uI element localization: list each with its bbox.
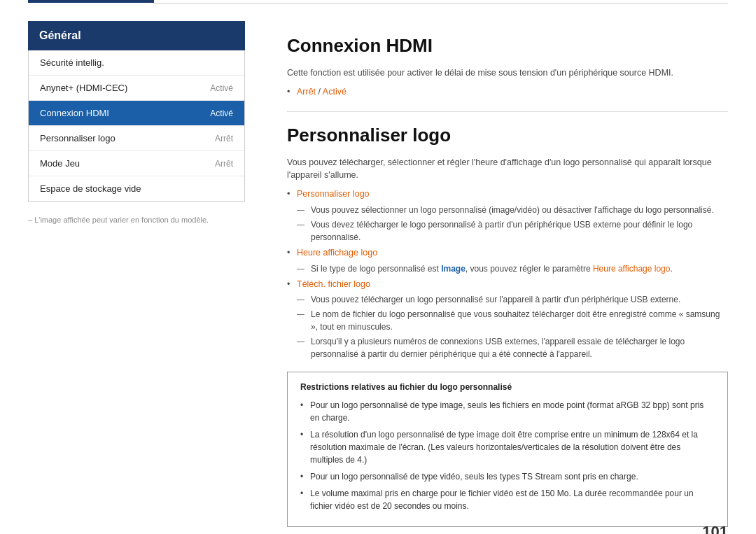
restrictions-title: Restrictions relatives au fichier du log…	[300, 382, 715, 392]
subitem-1: Vous pouvez sélectionner un logo personn…	[297, 204, 728, 216]
sidebar-item-label: Personnaliser logo	[40, 133, 115, 143]
sidebar-item-mode-jeu[interactable]: Mode Jeu Arrêt	[29, 151, 244, 176]
sidebar-note: – L'image affichée peut varier en foncti…	[28, 216, 245, 224]
sidebar-item-label: Sécurité intellig.	[40, 57, 104, 68]
sidebar: Général Sécurité intellig. Anynet+ (HDMI…	[28, 21, 245, 527]
sidebar-item-status: Activé	[210, 83, 233, 93]
main-content: Connexion HDMI Cette fonction est utilis…	[287, 21, 728, 527]
heure-affichage-inline-link: Heure affichage logo	[593, 264, 671, 274]
restriction-item-1: Pour un logo personnalisé de type image,…	[300, 399, 715, 424]
page-number: 101	[702, 523, 728, 534]
arret-link: Arrêt	[297, 87, 316, 97]
sidebar-item-label: Connexion HDMI	[40, 108, 109, 118]
personnaliser-logo-list: Personnaliser logo Vous pouvez sélection…	[287, 188, 728, 360]
sidebar-item-label: Anynet+ (HDMI-CEC)	[40, 83, 127, 93]
restriction-item-2: La résolution d'un logo personnalisé de …	[300, 428, 715, 466]
section-divider-1	[287, 111, 728, 112]
sidebar-item-anynet[interactable]: Anynet+ (HDMI-CEC) Activé	[29, 76, 244, 101]
active-link: Activé	[323, 87, 346, 97]
restrictions-box: Restrictions relatives au fichier du log…	[287, 372, 728, 527]
restriction-item-4: Le volume maximal pris en charge pour le…	[300, 487, 715, 512]
telech-subitems: Vous pouvez télécharger un logo personna…	[297, 293, 728, 360]
connexion-hdmi-option: Arrêt / Activé	[287, 85, 728, 99]
sidebar-item-status: Arrêt	[215, 159, 233, 169]
list-item-heure: Heure affichage logo Si le type de logo …	[287, 246, 728, 275]
subitem-2: Vous devez télécharger le logo personnal…	[297, 218, 728, 244]
sidebar-item-status: Arrêt	[215, 134, 233, 143]
sidebar-item-securite[interactable]: Sécurité intellig.	[29, 50, 244, 76]
sidebar-item-status: Activé	[210, 108, 233, 118]
sidebar-menu: Sécurité intellig. Anynet+ (HDMI-CEC) Ac…	[28, 50, 245, 202]
connexion-hdmi-title: Connexion HDMI	[287, 35, 728, 57]
connexion-hdmi-intro: Cette fonction est utilisée pour activer…	[287, 66, 728, 80]
sidebar-item-personnaliser-logo[interactable]: Personnaliser logo Arrêt	[29, 126, 244, 151]
restriction-item-3: Pour un logo personnalisé de type vidéo,…	[300, 470, 715, 483]
header-line	[154, 3, 728, 3]
sidebar-item-label: Mode Jeu	[40, 158, 80, 169]
sidebar-item-connexion-hdmi[interactable]: Connexion HDMI Activé	[29, 101, 244, 126]
top-bar-decoration	[28, 0, 154, 3]
telech-fichier-link: Téléch. fichier logo	[297, 279, 370, 289]
telech-subitem-3: Lorsqu'il y a plusieurs numéros de conne…	[297, 335, 728, 360]
heure-subitem-1: Si le type de logo personnalisé est Imag…	[297, 262, 728, 275]
connexion-hdmi-options: Arrêt / Activé	[287, 85, 728, 99]
heure-affichage-link: Heure affichage logo	[297, 248, 377, 258]
sidebar-header: Général	[28, 21, 245, 50]
telech-subitem-1: Vous pouvez télécharger un logo personna…	[297, 293, 728, 306]
sidebar-item-label: Espace de stockage vide	[40, 183, 141, 194]
personnaliser-logo-subitems: Vous pouvez sélectionner un logo personn…	[297, 204, 728, 244]
personnaliser-logo-link: Personnaliser logo	[297, 189, 370, 199]
image-link: Image	[441, 264, 465, 274]
list-item-telech: Téléch. fichier logo Vous pouvez télécha…	[287, 278, 728, 361]
sidebar-item-espace-stockage[interactable]: Espace de stockage vide	[29, 176, 244, 201]
personnaliser-logo-title: Personnaliser logo	[287, 125, 728, 146]
personnaliser-logo-intro: Vous pouvez télécharger, sélectionner et…	[287, 156, 728, 183]
heure-affichage-subitems: Si le type de logo personnalisé est Imag…	[297, 262, 728, 275]
telech-subitem-2: Le nom de fichier du logo personnalisé q…	[297, 308, 728, 333]
list-item-personnaliser: Personnaliser logo Vous pouvez sélection…	[287, 188, 728, 244]
restrictions-list: Pour un logo personnalisé de type image,…	[300, 399, 715, 512]
slash: /	[316, 87, 323, 97]
